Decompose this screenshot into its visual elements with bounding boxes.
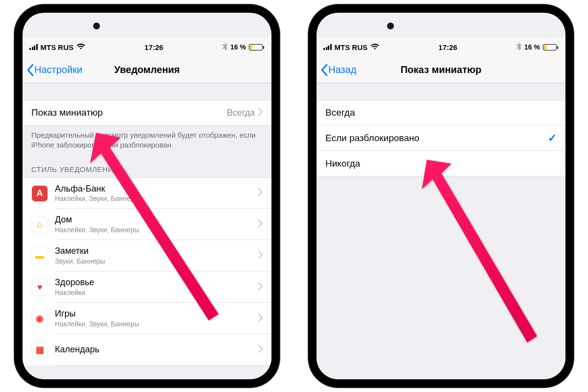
bluetooth-icon: [516, 43, 521, 52]
signal-icon: [323, 44, 332, 50]
back-label: Назад: [328, 64, 356, 75]
back-label: Настройки: [34, 64, 82, 75]
status-bar: MTS RUS 17:26 16 %: [23, 37, 271, 57]
app-icon: А: [31, 185, 48, 202]
app-row[interactable]: ▬ЗаметкиЗвуки, Баннеры: [23, 240, 271, 271]
chevron-right-icon: [258, 107, 263, 118]
app-sub: Наклейки: [55, 289, 258, 296]
preview-label: Показ миниатюр: [31, 107, 227, 118]
app-name: Заметки: [55, 246, 258, 256]
app-sub: Наклейки, Звуки, Баннеры: [55, 226, 258, 234]
screen-right: MTS RUS 17:26 16 % Назад Показ миниатюр: [317, 13, 565, 379]
page-title: Уведомления: [114, 64, 180, 75]
back-button[interactable]: Настройки: [26, 57, 82, 83]
app-name: Игры: [55, 309, 258, 319]
chevron-right-icon: [258, 314, 263, 324]
back-button[interactable]: Назад: [320, 57, 356, 83]
page-title: Показ миниатюр: [400, 64, 481, 75]
signal-icon: [29, 44, 38, 50]
chevron-right-icon: [258, 345, 263, 355]
app-icon: ▬: [31, 247, 48, 264]
chevron-right-icon: [258, 188, 263, 198]
app-row[interactable]: ААльфа-БанкНаклейки, Звуки, Баннеры: [23, 177, 271, 209]
screen-left: MTS RUS 17:26 16 % Настройки Уведомления: [23, 13, 271, 379]
option-label: Всегда: [325, 107, 557, 118]
app-sub: Наклейки, Звуки, Баннеры: [55, 320, 258, 328]
app-name: Дом: [55, 215, 258, 225]
battery-icon: [543, 44, 557, 50]
option-row[interactable]: Всегда: [317, 100, 565, 125]
app-name: Календарь: [55, 345, 258, 355]
battery-pct: 16 %: [524, 43, 540, 51]
option-label: Никогда: [325, 158, 557, 169]
app-row[interactable]: ♥ЗдоровьеНаклейки: [23, 271, 271, 303]
battery-icon: [249, 44, 263, 50]
option-row[interactable]: Если разблокировано✓: [317, 125, 565, 151]
chevron-right-icon: [258, 282, 263, 293]
section-header: СТИЛЬ УВЕДОМЛЕНИЙ: [23, 156, 271, 177]
nav-bar: Настройки Уведомления: [23, 57, 271, 83]
wifi-icon: [76, 43, 85, 51]
app-icon: ♥: [31, 279, 48, 295]
wifi-icon: [370, 43, 379, 51]
preview-footer: Предварительный просмотр уведомлений буд…: [23, 125, 271, 156]
bluetooth-icon: [222, 43, 227, 52]
app-row[interactable]: ◉ИгрыНаклейки, Звуки, Баннеры: [23, 303, 271, 334]
chevron-left-icon: [320, 64, 328, 76]
battery-pct: 16 %: [230, 43, 246, 51]
nav-bar: Назад Показ миниатюр: [317, 57, 565, 83]
phone-left: MTS RUS 17:26 16 % Настройки Уведомления: [15, 5, 279, 387]
chevron-right-icon: [258, 220, 263, 230]
status-bar: MTS RUS 17:26 16 %: [317, 37, 565, 57]
option-row[interactable]: Никогда: [317, 151, 565, 176]
carrier-label: MTS RUS: [41, 43, 74, 51]
clock: 17:26: [439, 43, 457, 51]
app-name: Альфа-Банк: [55, 184, 258, 194]
clock: 17:26: [145, 43, 163, 51]
phone-right: MTS RUS 17:26 16 % Назад Показ миниатюр: [309, 5, 573, 387]
app-icon: ⌂: [31, 216, 48, 233]
checkmark-icon: ✓: [548, 132, 557, 145]
app-name: Здоровье: [55, 278, 258, 288]
app-icon: ▦: [31, 342, 48, 358]
content-area[interactable]: Показ миниатюр Всегда Предварительный пр…: [23, 83, 271, 379]
option-label: Если разблокировано: [325, 133, 548, 144]
chevron-left-icon: [26, 64, 34, 76]
chevron-right-icon: [258, 251, 263, 261]
app-row[interactable]: ▦Календарь: [23, 334, 271, 366]
preview-row[interactable]: Показ миниатюр Всегда: [23, 100, 271, 125]
app-sub: Звуки, Баннеры: [55, 257, 258, 265]
content-area[interactable]: ВсегдаЕсли разблокировано✓Никогда: [317, 83, 565, 379]
app-sub: Наклейки, Звуки, Баннеры: [55, 195, 258, 202]
app-row[interactable]: ⌂ДомНаклейки, Звуки, Баннеры: [23, 209, 271, 240]
carrier-label: MTS RUS: [335, 43, 368, 51]
app-icon: ◉: [31, 310, 48, 327]
preview-value: Всегда: [227, 108, 255, 118]
